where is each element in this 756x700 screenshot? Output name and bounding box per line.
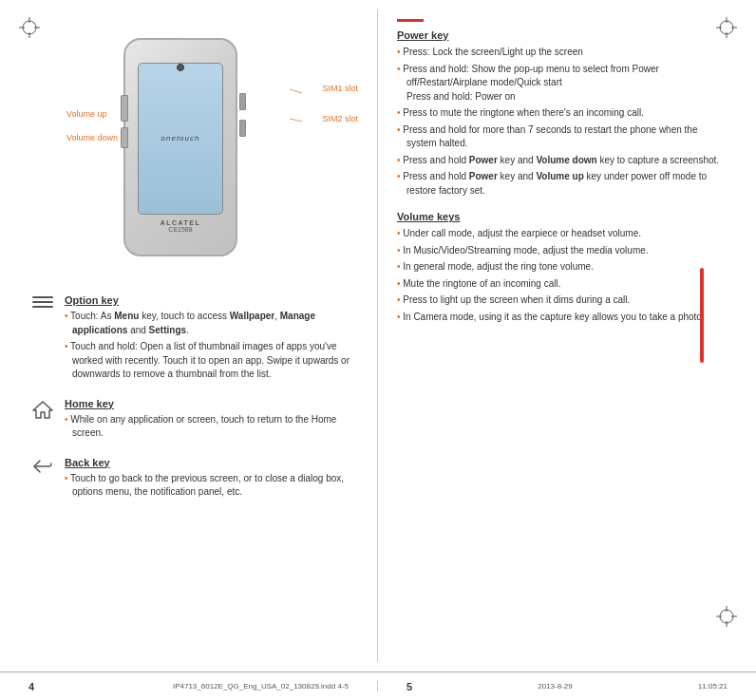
menu-bold: Menu — [114, 311, 139, 321]
home-key-content: Home key While on any application or scr… — [65, 398, 358, 444]
wallpaper-bold: Wallpaper — [230, 311, 274, 321]
menu-line-1 — [32, 296, 53, 298]
home-bullet-1: While on any application or screen, touc… — [65, 413, 358, 441]
option-bullet-2: Touch and hold: Open a list of thumbnail… — [65, 340, 358, 382]
crosshair-bottom-right-icon — [716, 606, 737, 629]
svg-point-12 — [720, 21, 733, 34]
back-key-title: Back key — [65, 457, 358, 468]
back-arrow-icon — [32, 459, 53, 474]
svg-line-8 — [290, 119, 302, 122]
volume-bullet-1: Under call mode, adjust the earpiece or … — [397, 227, 728, 241]
home-key-icon — [28, 398, 57, 419]
option-key-item: Option key Touch: As Menu key, touch to … — [28, 294, 358, 385]
power-section: Power key Press: Lock the screen/Light u… — [397, 29, 728, 198]
power-bullet-1: Press: Lock the screen/Light up the scre… — [397, 46, 728, 60]
menu-line-3 — [32, 306, 53, 308]
power-bullet-6: Press and hold Power key and Volume up k… — [397, 170, 728, 198]
power-bullet-3: Press to mute the ringtone when there's … — [397, 106, 728, 121]
main-content: Flashlight Camera SIM1 slot SIM2 slot Vo… — [0, 0, 756, 672]
svg-line-7 — [290, 89, 302, 93]
phone-camera-dot — [177, 64, 184, 71]
option-key-content: Option key Touch: As Menu key, touch to … — [65, 294, 358, 385]
vol-up-bold: Volume up — [536, 171, 583, 181]
option-bullet-1: Touch: As Menu key, touch to access Wall… — [65, 310, 358, 337]
power-bold-2: Power — [469, 171, 498, 181]
svg-point-0 — [23, 21, 36, 34]
volume-bullet-3: In general mode, adjust the ring tone vo… — [397, 260, 728, 274]
svg-point-17 — [720, 610, 733, 623]
vol-up-button — [121, 95, 128, 122]
footer-time: 11:05:21 — [698, 682, 728, 691]
volume-bullet-4: Mute the ringtone of an incoming call. — [397, 277, 728, 292]
manage-bold: Manage applications — [72, 311, 315, 335]
vol-down-button — [121, 127, 128, 148]
phone-illustration: Flashlight Camera SIM1 slot SIM2 slot Vo… — [66, 28, 358, 285]
sim2-slot — [239, 120, 246, 137]
option-key-icon — [28, 294, 57, 308]
vol-down-label: Volume down — [66, 133, 118, 142]
footer-file-info: IP4713_6012E_QG_Eng_USA_02_130829.indd 4… — [173, 682, 349, 691]
sim1-label: SIM1 slot — [322, 84, 358, 93]
back-key-icon — [28, 457, 57, 474]
power-key-title: Power key — [397, 29, 728, 41]
volume-section: Volume keys Under call mode, adjust the … — [397, 211, 728, 324]
settings-bold: Settings — [149, 325, 186, 335]
right-page: Power key Press: Lock the screen/Light u… — [378, 9, 756, 662]
volume-bullet-5: Press to light up the screen when it dim… — [397, 293, 728, 308]
footer: 4 IP4713_6012E_QG_Eng_USA_02_130829.indd… — [0, 672, 756, 700]
svg-marker-11 — [33, 402, 52, 418]
phone-body: onetouch ALCATEL CE1588 — [123, 38, 237, 256]
keys-section: Option key Touch: As Menu key, touch to … — [28, 294, 358, 502]
left-page: Flashlight Camera SIM1 slot SIM2 slot Vo… — [0, 9, 378, 662]
left-page-number: 4 — [28, 681, 34, 692]
power-bullet-2: Press and hold: Show the pop-up menu to … — [397, 63, 728, 104]
option-key-title: Option key — [65, 294, 358, 306]
power-red-accent — [397, 19, 424, 22]
back-bullet-1: Touch to go back to the previous screen,… — [65, 472, 358, 500]
sim2-label: SIM2 slot — [322, 114, 358, 123]
sim1-slot — [239, 93, 246, 110]
power-bullet-4: Press and hold for more than 7 seconds t… — [397, 123, 728, 151]
volume-bullet-2: In Music/Video/Streaming mode, adjust th… — [397, 244, 728, 258]
alcatel-area: ALCATEL CE1588 — [161, 219, 201, 233]
right-page-number: 5 — [406, 681, 412, 692]
crosshair-top-left-icon — [19, 17, 40, 40]
crosshair-top-right-icon — [716, 17, 737, 40]
vol-up-label: Volume up — [66, 109, 107, 119]
home-key-item: Home key While on any application or scr… — [28, 398, 358, 444]
menu-line-2 — [32, 301, 53, 303]
page-container: Flashlight Camera SIM1 slot SIM2 slot Vo… — [0, 0, 756, 700]
vol-down-bold: Volume down — [536, 155, 596, 165]
back-key-item: Back key Touch to go back to the previou… — [28, 457, 358, 502]
power-bold-1: Power — [469, 155, 498, 165]
home-key-title: Home key — [65, 398, 358, 409]
home-icon — [32, 400, 53, 419]
volume-red-accent — [700, 268, 704, 363]
volume-keys-title: Volume keys — [397, 211, 728, 222]
volume-section-wrapper: Volume keys Under call mode, adjust the … — [397, 211, 728, 324]
footer-right: 5 2013-8-29 11:05:21 — [378, 681, 756, 692]
footer-left: 4 IP4713_6012E_QG_Eng_USA_02_130829.indd… — [0, 681, 378, 692]
footer-date: 2013-8-29 — [538, 682, 572, 691]
back-key-content: Back key Touch to go back to the previou… — [65, 457, 358, 502]
phone-screen: onetouch — [138, 63, 223, 215]
hamburger-menu-icon — [32, 296, 53, 308]
power-bullet-5: Press and hold Power key and Volume down… — [397, 154, 728, 168]
volume-bullet-6: In Camera mode, using it as the capture … — [397, 311, 728, 325]
